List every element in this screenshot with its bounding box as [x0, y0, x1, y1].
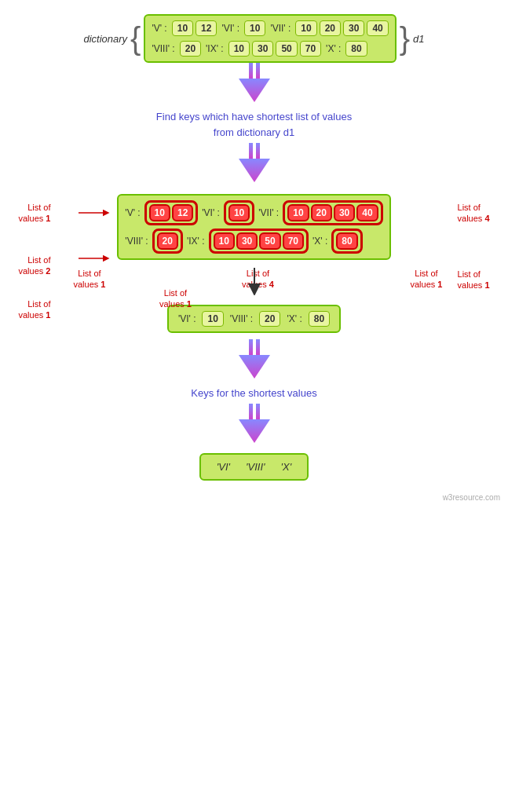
arrow-2 [235, 143, 274, 186]
label-values-4-topright: List ofvalues 4 [458, 202, 490, 225]
dictionary-container: dictionary { 'V' : 10 12 'VI' : 10 'VII'… [83, 14, 424, 63]
val-vii-20: 20 [320, 20, 341, 36]
res-vi-10: 10 [202, 311, 223, 327]
val-v-10: 10 [172, 20, 193, 36]
arrow-to-viii [79, 254, 110, 265]
val-vii-10: 10 [295, 20, 316, 36]
mid-val-viii-20: 20 [157, 232, 178, 250]
right-labels: List ofvalues 4 List ofvalues 1 [458, 194, 490, 291]
label-values-1-top-left: List ofvalues 1 [19, 202, 51, 225]
final-key-viii: 'VIII' [246, 461, 265, 473]
dict-rows-top: 'V' : 10 12 'VI' : 10 'VII' : 10 20 30 4… [144, 14, 396, 63]
desc-text-3: Keys for the shortest values [191, 386, 316, 401]
mid-key-v: 'V' : [125, 207, 140, 218]
res-key-viii: 'VIII' : [230, 313, 253, 324]
arrow-1 [235, 63, 274, 106]
val-vii-30: 30 [343, 20, 364, 36]
mid-val-v-10: 10 [149, 204, 170, 221]
mid-val-ix-10: 10 [214, 232, 235, 250]
val-group-vi: 10 [244, 20, 265, 36]
watermark: w3resource.com [443, 493, 500, 502]
dict-grid-middle: 'V' : 10 12 'VI' : 10 'VII' : 10 20 30 4… [117, 194, 390, 260]
mid-key-vi: 'VI' : [202, 207, 220, 218]
key-ix: 'IX' : [206, 43, 224, 54]
val-vii-40: 40 [367, 20, 388, 36]
label-values-1-bl: List ofvalues 1 [74, 268, 106, 291]
label-values-1-br: List ofvalues 1 [411, 268, 443, 291]
val-group-x: 80 [345, 41, 367, 57]
svg-rect-1 [256, 63, 260, 79]
mid-val-vii-30: 30 [334, 204, 355, 221]
red-group-viii: 20 [152, 229, 183, 254]
val-group-viii: 20 [180, 41, 201, 57]
val-ix-70: 70 [300, 41, 321, 57]
svg-rect-10 [256, 339, 260, 355]
val-viii-20: 20 [180, 41, 201, 57]
dict-row-1: 'V' : 10 12 'VI' : 10 'VII' : 10 20 30 4… [152, 20, 388, 36]
mid-val-x-80: 80 [336, 232, 357, 250]
svg-rect-0 [249, 63, 253, 79]
svg-rect-4 [256, 143, 260, 159]
label-top-values1: List ofvalues 1 [159, 287, 192, 310]
grid-row-2: 'VIII' : 20 'IX' : 10 30 50 70 'X' : 80 [125, 229, 382, 254]
val-group-vii: 10 20 30 40 [295, 20, 388, 36]
label-values-2: List ofvalues 2 [19, 254, 51, 277]
arrow-4 [235, 404, 274, 447]
dict-row-2: 'VIII' : 20 'IX' : 10 30 50 70 'X' : 80 [152, 41, 388, 57]
res-viii-20: 20 [259, 311, 280, 327]
svg-marker-2 [239, 79, 270, 102]
val-v-12: 12 [196, 20, 217, 36]
res-val-vi: 10 [202, 311, 223, 327]
val-vi-10: 10 [244, 20, 265, 36]
res-val-viii: 20 [259, 311, 280, 327]
res-key-vi: 'VI' : [178, 313, 196, 324]
svg-rect-13 [256, 404, 260, 419]
red-group-vi: 10 [224, 200, 254, 225]
mid-val-ix-70: 70 [283, 232, 304, 250]
key-v: 'V' : [152, 23, 166, 34]
result-box: 'VI' : 10 'VIII' : 20 'X' : 80 [167, 305, 341, 333]
brace-right: } [400, 23, 410, 54]
val-group-v: 10 12 [172, 20, 217, 36]
key-vii: 'VII' : [270, 23, 291, 34]
dict-label: dictionary [83, 33, 127, 45]
left-labels: List ofvalues 1 List ofvalues 2 List ofv… [19, 194, 51, 321]
mid-val-ix-30: 30 [236, 232, 258, 250]
key-x: 'X' : [326, 43, 341, 54]
mid-val-ix-50: 50 [259, 232, 280, 250]
mid-val-vii-40: 40 [356, 204, 378, 221]
label-values-1-bottomright: List ofvalues 1 [458, 269, 490, 291]
arrow-small-black [247, 268, 262, 295]
red-group-ix: 10 30 50 70 [209, 229, 309, 254]
final-key-x: 'X' [281, 461, 292, 473]
key-vi: 'VI' : [221, 23, 239, 34]
val-ix-50: 50 [276, 41, 297, 57]
mid-key-ix: 'IX' : [187, 236, 205, 247]
mid-key-viii: 'VIII' : [125, 236, 148, 247]
res-val-x: 80 [309, 311, 330, 327]
key-viii: 'VIII' : [152, 43, 174, 54]
mid-key-x: 'X' : [312, 236, 327, 247]
final-keys-box: 'VI' 'VIII' 'X' [199, 453, 309, 481]
mid-val-vii-10: 10 [287, 204, 309, 221]
val-x-80: 80 [345, 41, 367, 57]
d1-label: d1 [413, 33, 424, 45]
mid-val-v-12: 12 [172, 204, 193, 221]
brace-left: { [130, 23, 141, 54]
grid-row-1: 'V' : 10 12 'VI' : 10 'VII' : 10 20 30 4… [125, 200, 382, 225]
arrow-3 [235, 339, 274, 382]
mid-val-vii-20: 20 [311, 204, 332, 221]
res-key-x: 'X' : [287, 313, 302, 324]
label-values-1-bottomleft: List ofvalues 1 [19, 298, 51, 321]
svg-marker-11 [239, 355, 270, 379]
svg-marker-5 [239, 159, 270, 182]
svg-marker-14 [239, 419, 270, 443]
svg-rect-3 [249, 143, 253, 159]
svg-rect-12 [249, 404, 253, 419]
red-group-x: 80 [331, 229, 362, 254]
mid-val-vi-10: 10 [228, 204, 250, 221]
val-ix-10: 10 [228, 41, 250, 57]
res-x-80: 80 [309, 311, 330, 327]
mid-key-vii: 'VII' : [258, 207, 279, 218]
desc-text-1: Find keys which have shortest list of va… [156, 109, 352, 140]
